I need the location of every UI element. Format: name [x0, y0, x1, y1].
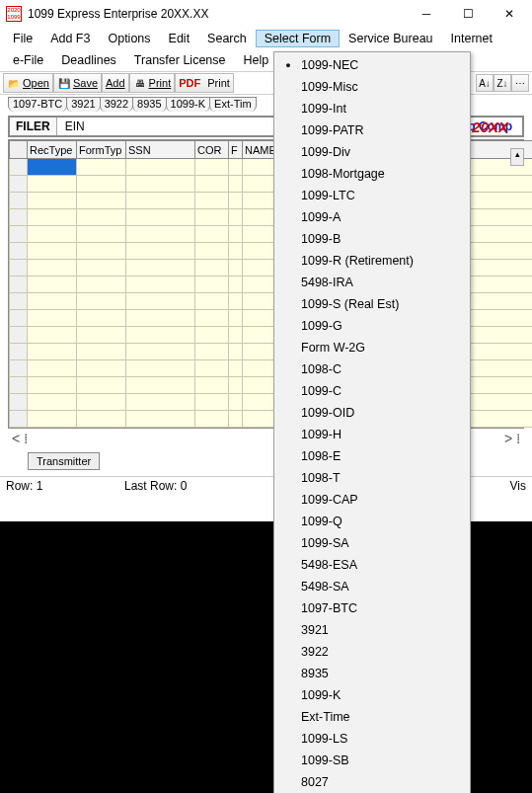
cell[interactable]	[77, 327, 126, 344]
dropdown-item[interactable]: 3921	[275, 619, 469, 641]
cell[interactable]	[195, 260, 229, 277]
dropdown-item[interactable]: 5498-ESA	[275, 554, 469, 576]
cell[interactable]	[229, 344, 243, 360]
maximize-button[interactable]: ☐	[447, 2, 489, 26]
cell[interactable]	[195, 344, 229, 360]
cell[interactable]	[229, 277, 243, 293]
dropdown-item[interactable]: Ext-Time	[275, 706, 469, 728]
sort-desc-button[interactable]: Z↓	[494, 74, 511, 92]
menu-deadlines[interactable]: Deadlines	[52, 51, 125, 69]
cell[interactable]	[28, 193, 77, 209]
cell[interactable]	[126, 327, 195, 344]
cell[interactable]	[28, 226, 77, 243]
menu-options[interactable]: Options	[99, 30, 159, 47]
dropdown-item[interactable]: 1099-SA	[275, 532, 469, 554]
tab-3921[interactable]: 3921	[66, 97, 100, 112]
dropdown-item[interactable]: 1099-S (Real Est)	[275, 293, 469, 315]
dropdown-item[interactable]: 1099-CAP	[275, 489, 469, 511]
cell[interactable]	[28, 360, 77, 377]
cell[interactable]	[229, 260, 243, 277]
dropdown-item[interactable]: 1099-LTC	[275, 185, 469, 206]
cell[interactable]	[28, 260, 77, 277]
add-button[interactable]: Add	[102, 73, 129, 93]
menu-edit[interactable]: Edit	[160, 30, 199, 47]
scroll-up-button[interactable]: ▴	[510, 148, 524, 166]
dropdown-item[interactable]: 1099-Int	[275, 98, 469, 119]
dropdown-item[interactable]: 1098-C	[275, 358, 469, 380]
dropdown-item[interactable]: 1099-A	[275, 206, 469, 228]
filer-label[interactable]: FILER	[10, 118, 57, 135]
cell[interactable]	[229, 243, 243, 260]
cell[interactable]	[229, 377, 243, 394]
cell[interactable]	[126, 344, 195, 360]
cell[interactable]	[229, 226, 243, 243]
cell[interactable]	[126, 260, 195, 277]
cell[interactable]	[28, 377, 77, 394]
tab-1097btc[interactable]: 1097-BTC	[8, 97, 67, 112]
cell[interactable]	[126, 159, 195, 176]
cell[interactable]	[195, 243, 229, 260]
col-formtyp[interactable]: FormTyp	[77, 141, 126, 159]
cell[interactable]	[229, 159, 243, 176]
menu-internet[interactable]: Internet	[442, 30, 501, 47]
print-button[interactable]: 🖶 Print	[129, 73, 176, 93]
cell[interactable]	[195, 209, 229, 226]
menu-file[interactable]: File	[4, 30, 41, 47]
close-button[interactable]: ✕	[489, 2, 530, 26]
cell[interactable]	[28, 176, 77, 193]
cell[interactable]	[126, 411, 195, 428]
cell[interactable]	[229, 310, 243, 327]
cell[interactable]	[195, 159, 229, 176]
cell[interactable]	[195, 360, 229, 377]
dropdown-item[interactable]: ●1099-NEC	[275, 54, 469, 76]
scroll-left-icon[interactable]: < ⁞	[12, 431, 28, 446]
cell[interactable]	[195, 411, 229, 428]
cell[interactable]	[28, 159, 77, 176]
cell[interactable]	[126, 226, 195, 243]
cell[interactable]	[28, 209, 77, 226]
cell[interactable]	[77, 226, 126, 243]
cell[interactable]	[77, 411, 126, 428]
dropdown-item[interactable]: Form W-2G	[275, 337, 469, 358]
cell[interactable]	[229, 293, 243, 310]
dropdown-item[interactable]: 1098-E	[275, 445, 469, 467]
cell[interactable]	[28, 411, 77, 428]
dropdown-item[interactable]: 5498-IRA	[275, 272, 469, 293]
dropdown-item[interactable]: 1099-R (Retirement)	[275, 250, 469, 272]
col-f[interactable]: F	[229, 141, 243, 159]
col-ssn[interactable]: SSN	[126, 141, 195, 159]
dropdown-item[interactable]: 3922	[275, 641, 469, 663]
menu-help[interactable]: Help	[235, 51, 278, 69]
dropdown-item[interactable]: 1099-C	[275, 380, 469, 402]
cell[interactable]	[195, 310, 229, 327]
cell[interactable]	[229, 209, 243, 226]
dropdown-item[interactable]: 5498-SA	[275, 576, 469, 597]
cell[interactable]	[77, 310, 126, 327]
cell[interactable]	[77, 293, 126, 310]
cell[interactable]	[126, 310, 195, 327]
dropdown-item[interactable]: 1097-BTC	[275, 597, 469, 619]
cell[interactable]	[126, 176, 195, 193]
dropdown-item[interactable]: 1099-K	[275, 684, 469, 706]
cell[interactable]	[28, 327, 77, 344]
cell[interactable]	[195, 193, 229, 209]
transmitter-button[interactable]: Transmitter	[28, 452, 100, 470]
dropdown-item[interactable]: 1099-LS	[275, 728, 469, 750]
tab-3922[interactable]: 3922	[100, 97, 133, 112]
cell[interactable]	[77, 260, 126, 277]
cell[interactable]	[229, 327, 243, 344]
dropdown-item[interactable]: 1099-B	[275, 228, 469, 250]
col-cor[interactable]: COR	[195, 141, 229, 159]
dropdown-item[interactable]: 1099-G	[275, 315, 469, 337]
dropdown-item[interactable]: 1099-H	[275, 424, 469, 445]
cell[interactable]	[229, 176, 243, 193]
cell[interactable]	[28, 293, 77, 310]
cell[interactable]	[77, 176, 126, 193]
cell[interactable]	[28, 243, 77, 260]
dropdown-item[interactable]: 1099-Div	[275, 141, 469, 163]
dropdown-item[interactable]: 1099-PATR	[275, 119, 469, 141]
cell[interactable]	[195, 277, 229, 293]
cell[interactable]	[77, 209, 126, 226]
cell[interactable]	[195, 226, 229, 243]
cell[interactable]	[229, 360, 243, 377]
